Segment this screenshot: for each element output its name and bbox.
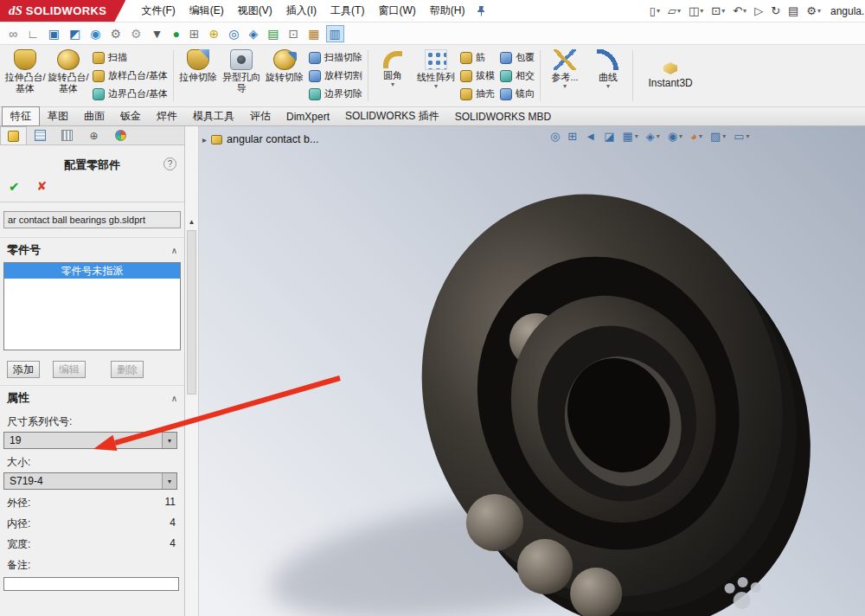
- ribbon-cut-extrude-button[interactable]: 拉伸切除: [176, 47, 220, 105]
- cancel-button[interactable]: ✘: [37, 180, 48, 193]
- tab-solidworks-mbd[interactable]: SOLIDWORKS MBD: [447, 109, 559, 125]
- display-style-button[interactable]: ◈▾: [646, 131, 660, 142]
- chevron-up-icon[interactable]: ∧: [171, 394, 177, 403]
- ribbon-draft-button[interactable]: 拔模: [460, 67, 495, 85]
- edit-appearance-button[interactable]: ◕▾: [690, 131, 702, 142]
- options-button[interactable]: ⚙▾: [804, 3, 823, 18]
- ribbon-revolve-boss-button[interactable]: 旋转凸台/基体: [47, 47, 90, 105]
- propertymanager-tab[interactable]: [0, 126, 27, 144]
- filter-icon[interactable]: ▼: [148, 25, 167, 42]
- dropdown-caret-icon[interactable]: ▾: [162, 473, 176, 489]
- section-view-button[interactable]: ◪: [604, 131, 614, 142]
- ribbon-cut-boundary-button[interactable]: 边界切除: [309, 86, 362, 103]
- chevron-up-icon[interactable]: ∧: [171, 246, 177, 255]
- menu-item-1[interactable]: 编辑(E): [183, 0, 231, 22]
- tab-dimxpert[interactable]: DimXpert: [279, 109, 337, 125]
- search-doc-icon[interactable]: ◈: [246, 25, 262, 42]
- print-preview-icon[interactable]: ⊡: [285, 25, 303, 42]
- previous-view-button[interactable]: ◄: [585, 131, 596, 142]
- add-button[interactable]: 添加: [7, 361, 40, 378]
- rebuild-button[interactable]: ↻: [768, 3, 783, 18]
- ribbon-linear-pattern-button[interactable]: 线性阵列▾: [414, 47, 458, 105]
- ribbon-reference-geometry-button[interactable]: 参考...▾: [543, 47, 586, 105]
- tab-sketch[interactable]: 草图: [40, 107, 76, 125]
- settings-b-icon[interactable]: ⚙: [127, 25, 145, 42]
- ribbon-intersect-button[interactable]: 相交: [500, 67, 535, 85]
- table-toggle-icon[interactable]: ▥: [326, 25, 344, 42]
- ribbon-sweep-boss-button[interactable]: 扫描: [93, 49, 168, 67]
- file-properties-button[interactable]: ▤: [785, 3, 801, 18]
- zoom-icon[interactable]: ◎: [225, 25, 242, 42]
- ribbon-shell-button[interactable]: 抽壳: [460, 86, 495, 103]
- menu-item-4[interactable]: 工具(T): [324, 0, 371, 22]
- print-button[interactable]: ⊡▾: [708, 3, 727, 18]
- tab-surfaces[interactable]: 曲面: [76, 107, 112, 125]
- remark-input[interactable]: [3, 577, 179, 591]
- select-button[interactable]: ▷: [752, 3, 766, 18]
- ribbon-cut-loft-button[interactable]: 放样切割: [309, 67, 362, 85]
- hide-show-items-button[interactable]: ◉▾: [668, 131, 682, 142]
- ribbon-fillet-button[interactable]: 圆角▾: [371, 47, 414, 105]
- scroll-up-arrow-icon[interactable]: ▲: [186, 216, 197, 228]
- add-grid-icon[interactable]: ⊕: [206, 25, 223, 42]
- tab-evaluate[interactable]: 评估: [242, 107, 279, 125]
- menu-item-6[interactable]: 帮助(H): [423, 0, 472, 22]
- ribbon-boundary-boss-button[interactable]: 边界凸台/基体: [93, 86, 168, 103]
- new-document-button[interactable]: ▯▾: [647, 3, 663, 18]
- list-item-selected[interactable]: 零件号未指派: [4, 263, 180, 279]
- chart-icon[interactable]: ▦: [304, 25, 323, 42]
- view-orientation-button[interactable]: ▦▾: [622, 131, 638, 142]
- tab-solidworks-add-ins[interactable]: SOLIDWORKS 插件: [337, 107, 447, 125]
- measure-icon[interactable]: ⊞: [186, 25, 203, 42]
- size-series-dropdown[interactable]: 19 ▾: [3, 432, 177, 449]
- menu-item-2[interactable]: 视图(V): [231, 0, 279, 22]
- ribbon-hole-wizard-button[interactable]: 异型孔向导: [220, 47, 263, 105]
- zoom-fit-button[interactable]: ◎: [550, 131, 560, 142]
- part-number-section-header[interactable]: 零件号 ∧: [0, 237, 184, 260]
- ribbon-rib-button[interactable]: 筋: [460, 49, 495, 67]
- bearing-model[interactable]: [199, 126, 865, 616]
- undo-button[interactable]: ↶▾: [730, 3, 749, 18]
- breadcrumb-text[interactable]: angular contact b...: [227, 133, 318, 145]
- ok-button[interactable]: ✔: [9, 180, 20, 193]
- open-button[interactable]: ▱▾: [665, 3, 683, 18]
- sheet-green-icon[interactable]: ▤: [264, 25, 282, 42]
- menu-item-3[interactable]: 插入(I): [279, 0, 324, 22]
- link-icon[interactable]: ∞: [5, 25, 21, 42]
- monitor-icon[interactable]: ▣: [45, 25, 63, 42]
- appearances-tab[interactable]: [107, 126, 134, 144]
- configurationmanager-tab[interactable]: [27, 126, 54, 144]
- component-filename-field[interactable]: ar contact ball bearings gb.sldprt: [3, 211, 181, 228]
- menu-item-0[interactable]: 文件(F): [134, 0, 182, 22]
- save-button[interactable]: ◫▾: [686, 3, 706, 18]
- ribbon-cut-revolve-button[interactable]: 旋转切除: [263, 47, 306, 105]
- web-icon[interactable]: ◉: [86, 25, 104, 42]
- ribbon-wrap-button[interactable]: 包覆: [500, 49, 535, 67]
- dimxpertmanager-tab[interactable]: [54, 126, 80, 144]
- settings-a-icon[interactable]: ⚙: [106, 25, 125, 42]
- ribbon-mirror-button[interactable]: 镜向: [500, 86, 535, 103]
- ribbon-loft-boss-button[interactable]: 放样凸台/基体: [93, 67, 168, 85]
- flyout-tree-arrow-icon[interactable]: ▸: [202, 135, 207, 144]
- scrollbar-thumb[interactable]: [187, 230, 196, 395]
- size-dropdown[interactable]: S719-4 ▾: [3, 472, 177, 490]
- graphics-viewport[interactable]: ▸ angular contact b... ◎⊞◄◪▦▾◈▾◉▾◕▾▨▾▭▾: [199, 126, 865, 616]
- ribbon-boss-extrude-button[interactable]: 拉伸凸台/基体: [3, 47, 47, 105]
- collaborate-icon[interactable]: ◩: [66, 25, 84, 42]
- ruler-icon[interactable]: ∟: [23, 25, 42, 42]
- zoom-area-button[interactable]: ⊞: [567, 131, 577, 142]
- ribbon-cut-sweep-button[interactable]: 扫描切除: [309, 49, 362, 67]
- status-green-icon[interactable]: ●: [169, 25, 183, 42]
- part-number-list[interactable]: 零件号未指派: [3, 262, 181, 350]
- dropdown-caret-icon[interactable]: ▾: [162, 433, 176, 448]
- tab-weldments[interactable]: 焊件: [149, 107, 185, 125]
- help-icon[interactable]: ?: [163, 157, 176, 170]
- apply-scene-button[interactable]: ▨▾: [710, 131, 726, 142]
- ribbon-instant3d-button[interactable]: Instant3D: [636, 47, 705, 105]
- pin-icon[interactable]: [477, 5, 486, 16]
- displaymanager-tab[interactable]: ⊕: [80, 126, 107, 144]
- tab-features[interactable]: 特征: [2, 106, 40, 126]
- properties-section-header[interactable]: 属性 ∧: [0, 385, 184, 408]
- menu-item-5[interactable]: 窗口(W): [371, 0, 422, 22]
- panel-scrollbar[interactable]: ▲: [185, 126, 199, 616]
